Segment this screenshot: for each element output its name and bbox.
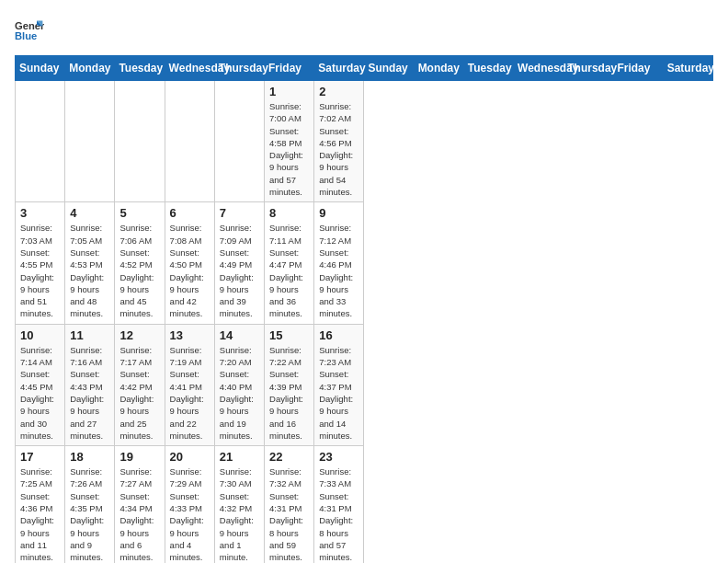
calendar-cell: 14Sunrise: 7:20 AM Sunset: 4:40 PM Dayli… (214, 324, 264, 445)
calendar-week-3: 10Sunrise: 7:14 AM Sunset: 4:45 PM Dayli… (16, 324, 713, 445)
day-info: Sunrise: 7:29 AM Sunset: 4:33 PM Dayligh… (170, 465, 210, 563)
day-number: 3 (20, 206, 60, 220)
header-monday: Monday (414, 56, 463, 81)
day-info: Sunrise: 7:14 AM Sunset: 4:45 PM Dayligh… (20, 344, 60, 442)
header-saturday: Saturday (663, 56, 712, 81)
calendar-cell: 20Sunrise: 7:29 AM Sunset: 4:33 PM Dayli… (165, 446, 214, 563)
day-number: 16 (319, 328, 358, 342)
day-info: Sunrise: 7:12 AM Sunset: 4:46 PM Dayligh… (319, 222, 358, 319)
calendar-cell: 13Sunrise: 7:19 AM Sunset: 4:41 PM Dayli… (165, 324, 214, 445)
day-number: 6 (170, 206, 210, 220)
svg-text:Blue: Blue (15, 30, 37, 41)
calendar-week-1: 1Sunrise: 7:00 AM Sunset: 4:58 PM Daylig… (16, 81, 713, 202)
day-info: Sunrise: 7:11 AM Sunset: 4:47 PM Dayligh… (269, 222, 309, 319)
calendar-cell: 17Sunrise: 7:25 AM Sunset: 4:36 PM Dayli… (16, 446, 65, 563)
day-number: 20 (170, 450, 210, 464)
calendar-cell: 22Sunrise: 7:32 AM Sunset: 4:31 PM Dayli… (265, 446, 314, 563)
day-info: Sunrise: 7:02 AM Sunset: 4:56 PM Dayligh… (319, 100, 358, 198)
day-info: Sunrise: 7:05 AM Sunset: 4:53 PM Dayligh… (70, 222, 109, 319)
calendar-cell: 15Sunrise: 7:22 AM Sunset: 4:39 PM Dayli… (265, 324, 314, 445)
day-info: Sunrise: 7:23 AM Sunset: 4:37 PM Dayligh… (319, 344, 358, 442)
day-info: Sunrise: 7:19 AM Sunset: 4:41 PM Dayligh… (170, 344, 210, 442)
day-info: Sunrise: 7:20 AM Sunset: 4:40 PM Dayligh… (220, 344, 259, 442)
calendar-cell (16, 81, 65, 202)
calendar-week-4: 17Sunrise: 7:25 AM Sunset: 4:36 PM Dayli… (16, 446, 713, 563)
header-friday: Friday (613, 56, 663, 81)
header-tuesday: Tuesday (115, 56, 165, 81)
header-thursday: Thursday (563, 56, 613, 81)
header-wednesday: Wednesday (514, 56, 563, 81)
day-info: Sunrise: 7:00 AM Sunset: 4:58 PM Dayligh… (269, 100, 309, 198)
calendar-cell: 11Sunrise: 7:16 AM Sunset: 4:43 PM Dayli… (65, 324, 115, 445)
calendar-cell: 8Sunrise: 7:11 AM Sunset: 4:47 PM Daylig… (265, 202, 314, 324)
day-number: 22 (269, 450, 309, 464)
calendar-cell: 6Sunrise: 7:08 AM Sunset: 4:50 PM Daylig… (165, 202, 214, 324)
day-number: 1 (269, 85, 309, 98)
day-info: Sunrise: 7:22 AM Sunset: 4:39 PM Dayligh… (269, 344, 309, 442)
day-number: 17 (20, 450, 60, 464)
calendar-cell (165, 81, 214, 202)
day-number: 11 (70, 328, 109, 342)
day-info: Sunrise: 7:03 AM Sunset: 4:55 PM Dayligh… (20, 222, 60, 319)
header-thursday: Thursday (214, 56, 264, 81)
day-number: 9 (319, 206, 358, 220)
calendar-cell: 12Sunrise: 7:17 AM Sunset: 4:42 PM Dayli… (115, 324, 165, 445)
day-number: 7 (220, 206, 259, 220)
calendar-cell: 2Sunrise: 7:02 AM Sunset: 4:56 PM Daylig… (314, 81, 364, 202)
day-info: Sunrise: 7:30 AM Sunset: 4:32 PM Dayligh… (220, 465, 259, 563)
day-info: Sunrise: 7:25 AM Sunset: 4:36 PM Dayligh… (20, 465, 60, 563)
day-number: 5 (119, 206, 159, 220)
calendar-cell: 5Sunrise: 7:06 AM Sunset: 4:52 PM Daylig… (115, 202, 165, 324)
logo: General Blue (15, 15, 48, 44)
day-number: 21 (220, 450, 259, 464)
day-number: 2 (319, 85, 358, 98)
calendar-cell: 10Sunrise: 7:14 AM Sunset: 4:45 PM Dayli… (16, 324, 65, 445)
calendar-table: SundayMondayTuesdayWednesdayThursdayFrid… (15, 55, 713, 563)
day-number: 13 (170, 328, 210, 342)
header-monday: Monday (65, 56, 115, 81)
calendar-cell: 1Sunrise: 7:00 AM Sunset: 4:58 PM Daylig… (265, 81, 314, 202)
calendar-cell: 16Sunrise: 7:23 AM Sunset: 4:37 PM Dayli… (314, 324, 364, 445)
header-sunday: Sunday (364, 56, 414, 81)
day-info: Sunrise: 7:33 AM Sunset: 4:31 PM Dayligh… (319, 465, 358, 563)
calendar-week-2: 3Sunrise: 7:03 AM Sunset: 4:55 PM Daylig… (16, 202, 713, 324)
day-number: 15 (269, 328, 309, 342)
day-info: Sunrise: 7:09 AM Sunset: 4:49 PM Dayligh… (220, 222, 259, 319)
day-number: 19 (119, 450, 159, 464)
day-info: Sunrise: 7:06 AM Sunset: 4:52 PM Dayligh… (119, 222, 159, 319)
calendar-cell: 18Sunrise: 7:26 AM Sunset: 4:35 PM Dayli… (65, 446, 115, 563)
day-info: Sunrise: 7:08 AM Sunset: 4:50 PM Dayligh… (170, 222, 210, 319)
calendar-cell: 7Sunrise: 7:09 AM Sunset: 4:49 PM Daylig… (214, 202, 264, 324)
day-info: Sunrise: 7:17 AM Sunset: 4:42 PM Dayligh… (119, 344, 159, 442)
calendar-cell: 19Sunrise: 7:27 AM Sunset: 4:34 PM Dayli… (115, 446, 165, 563)
calendar-cell: 21Sunrise: 7:30 AM Sunset: 4:32 PM Dayli… (214, 446, 264, 563)
day-info: Sunrise: 7:27 AM Sunset: 4:34 PM Dayligh… (119, 465, 159, 563)
calendar-cell: 23Sunrise: 7:33 AM Sunset: 4:31 PM Dayli… (314, 446, 364, 563)
page-header: General Blue (15, 15, 713, 44)
day-info: Sunrise: 7:16 AM Sunset: 4:43 PM Dayligh… (70, 344, 109, 442)
calendar-cell (65, 81, 115, 202)
day-number: 4 (70, 206, 109, 220)
calendar-cell (115, 81, 165, 202)
day-number: 10 (20, 328, 60, 342)
day-number: 18 (70, 450, 109, 464)
logo-icon: General Blue (15, 15, 44, 44)
header-wednesday: Wednesday (165, 56, 214, 81)
day-number: 14 (220, 328, 259, 342)
header-sunday: Sunday (16, 56, 65, 81)
calendar-cell: 4Sunrise: 7:05 AM Sunset: 4:53 PM Daylig… (65, 202, 115, 324)
header-saturday: Saturday (314, 56, 364, 81)
day-number: 8 (269, 206, 309, 220)
day-number: 12 (119, 328, 159, 342)
header-friday: Friday (265, 56, 314, 81)
header-tuesday: Tuesday (463, 56, 513, 81)
day-info: Sunrise: 7:32 AM Sunset: 4:31 PM Dayligh… (269, 465, 309, 563)
calendar-header-row: SundayMondayTuesdayWednesdayThursdayFrid… (16, 56, 713, 81)
calendar-cell: 9Sunrise: 7:12 AM Sunset: 4:46 PM Daylig… (314, 202, 364, 324)
calendar-cell: 3Sunrise: 7:03 AM Sunset: 4:55 PM Daylig… (16, 202, 65, 324)
calendar-cell (214, 81, 264, 202)
day-info: Sunrise: 7:26 AM Sunset: 4:35 PM Dayligh… (70, 465, 109, 563)
day-number: 23 (319, 450, 358, 464)
